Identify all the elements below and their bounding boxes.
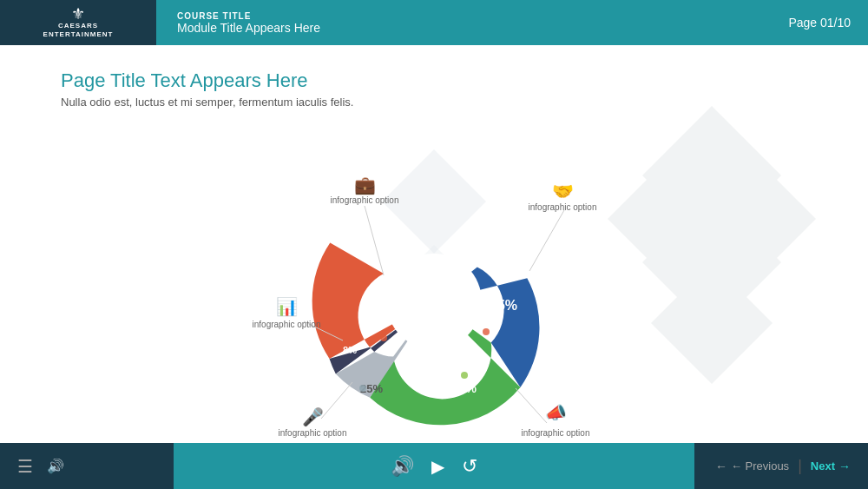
- play-icon: ▶: [431, 456, 444, 477]
- logo-area: ⚜ CAESARS ENTERTAINMENT: [0, 0, 156, 45]
- menu-icon: ☰: [17, 456, 33, 477]
- header: ⚜ CAESARS ENTERTAINMENT COURSE TITLE Mod…: [0, 0, 868, 45]
- audio-button[interactable]: 🔊: [391, 455, 414, 478]
- module-title: Module Title Appears Here: [177, 21, 788, 35]
- prev-arrow-icon: ←: [715, 459, 727, 473]
- label-dark: 8%: [343, 345, 357, 355]
- course-info: COURSE TITLE Module Title Appears Here: [160, 0, 788, 45]
- previous-button[interactable]: ← ← Previous: [715, 459, 789, 473]
- megaphone-icon: 📣: [545, 402, 567, 423]
- donut-center: [386, 254, 482, 349]
- footer-center: 🔊 ▶ ↺: [174, 443, 694, 489]
- volume-button[interactable]: 🔊: [47, 458, 64, 474]
- nav-divider: |: [798, 457, 802, 475]
- handshake-icon: 🤝: [552, 181, 574, 202]
- dot-green: [461, 372, 468, 379]
- course-title-label: COURSE TITLE: [177, 11, 788, 21]
- speaker-icon: 🎤: [302, 406, 324, 427]
- line-top-right: [529, 210, 564, 271]
- replay-icon: ↺: [462, 455, 477, 478]
- donut-chart: 85% 70% 25% 8% 65% 🤝 infographic option …: [252, 132, 616, 443]
- logo-emblem: ⚜: [71, 6, 85, 22]
- previous-label: ← Previous: [731, 459, 789, 472]
- next-arrow-icon: →: [838, 459, 851, 473]
- label-top-left: infographic option: [331, 195, 399, 205]
- page-title: Page Title Text Appears Here: [61, 69, 308, 92]
- presentation-icon: 📊: [276, 296, 298, 317]
- replay-button[interactable]: ↺: [462, 455, 477, 478]
- next-button[interactable]: Next →: [811, 459, 851, 473]
- logo-text-line2: ENTERTAINMENT: [43, 30, 114, 39]
- label-bottom-left: infographic option: [279, 428, 347, 438]
- dot-blue: [483, 328, 490, 335]
- line-bottom-right: [516, 388, 547, 423]
- page-subtitle: Nulla odio est, luctus et mi semper, fer…: [61, 96, 353, 109]
- audio-icon: 🔊: [391, 455, 414, 478]
- play-button[interactable]: ▶: [431, 456, 444, 477]
- page-info: Page 01/10: [788, 0, 868, 45]
- label-bottom-right: infographic option: [522, 428, 590, 438]
- label-blue: 85%: [490, 298, 517, 313]
- footer-left: ☰ 🔊: [0, 456, 174, 477]
- main-content: Page Title Text Appears Here Nulla odio …: [0, 45, 868, 443]
- menu-button[interactable]: ☰: [17, 456, 33, 477]
- footer-right: ← ← Previous | Next →: [694, 457, 868, 475]
- chart-container: 85% 70% 25% 8% 65% 🤝 infographic option …: [252, 132, 616, 443]
- briefcase-icon: 💼: [354, 175, 376, 195]
- dot-gray: [359, 385, 366, 392]
- footer: ☰ 🔊 🔊 ▶ ↺ ← ← Previous | Next →: [0, 443, 868, 489]
- label-green: 70%: [452, 381, 477, 395]
- volume-icon: 🔊: [47, 458, 64, 474]
- bg-decoration: [582, 89, 842, 393]
- label-orange: 65%: [364, 307, 389, 321]
- label-top-right: infographic option: [529, 202, 597, 212]
- next-label: Next: [811, 459, 835, 472]
- dot-orange: [380, 334, 387, 341]
- logo-text-line1: CAESARS: [58, 22, 98, 30]
- label-middle-left: infographic option: [253, 320, 321, 329]
- line-bottom-left: [321, 382, 352, 419]
